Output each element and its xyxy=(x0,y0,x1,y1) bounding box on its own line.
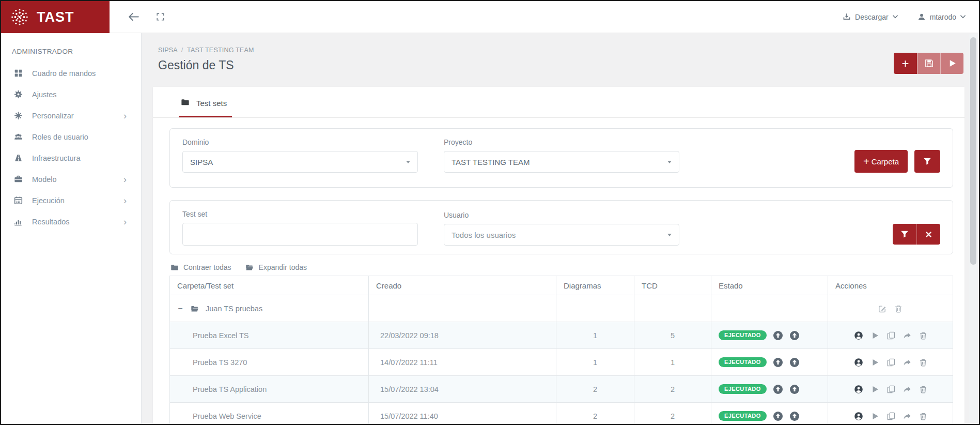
table-row: Prueba Web Service 15/07/2022 11:40 2 2 … xyxy=(170,403,953,424)
edit-folder-button[interactable] xyxy=(878,305,886,313)
upload-circle-button[interactable] xyxy=(789,330,800,341)
upload-circle-button[interactable] xyxy=(789,357,800,368)
cell-tcd: 2 xyxy=(634,376,711,403)
cell-testset-name: Prueba Web Service xyxy=(170,403,369,424)
assign-user-button[interactable] xyxy=(854,385,863,394)
cell-acciones xyxy=(828,376,953,403)
scrollbar-thumb[interactable] xyxy=(970,37,976,265)
tab-test-sets[interactable]: Test sets xyxy=(179,87,232,117)
move-testset-button[interactable] xyxy=(903,385,911,393)
download-menu[interactable]: Descargar xyxy=(843,13,898,21)
main-content: SIPSA / TAST TESTING TEAM Gestión de TS … xyxy=(142,33,979,424)
breadcrumb-project[interactable]: TAST TESTING TEAM xyxy=(187,47,254,54)
sidebar-item-personalizar[interactable]: Personalizar › xyxy=(1,105,141,126)
fullscreen-button[interactable] xyxy=(155,12,165,22)
user-circle-icon xyxy=(854,331,863,340)
move-testset-button[interactable] xyxy=(903,331,911,340)
upload-circle-button[interactable] xyxy=(773,330,783,341)
move-testset-button[interactable] xyxy=(903,412,911,420)
upload-circle-button[interactable] xyxy=(773,357,783,368)
proyecto-select[interactable]: TAST TESTING TEAM xyxy=(444,151,679,173)
calendar-icon xyxy=(13,196,23,205)
col-diagramas: Diagramas xyxy=(556,276,634,295)
delete-testset-button[interactable] xyxy=(919,412,927,420)
move-testset-button[interactable] xyxy=(903,358,911,367)
sidebar-item-roles-de-usuario[interactable]: Roles de usuario xyxy=(1,126,141,147)
duplicate-testset-button[interactable] xyxy=(887,331,895,340)
sidebar-item-ajustes[interactable]: Ajustes xyxy=(1,84,141,105)
add-testset-button[interactable]: + xyxy=(894,53,917,74)
assign-user-button[interactable] xyxy=(854,331,863,340)
col-estado: Estado xyxy=(711,276,828,295)
chevron-right-icon: › xyxy=(123,175,127,184)
cell-folder-name: − Juan TS pruebas xyxy=(170,295,369,322)
upload-circle-icon xyxy=(773,384,783,394)
duplicate-testset-button[interactable] xyxy=(887,412,895,420)
share-icon xyxy=(903,412,911,420)
run-testset-button[interactable] xyxy=(871,412,879,420)
usuario-select[interactable]: Todos los usuarios xyxy=(444,224,679,246)
breadcrumb-domain[interactable]: SIPSA xyxy=(158,47,177,54)
delete-folder-button[interactable] xyxy=(894,305,903,313)
save-button[interactable] xyxy=(917,53,940,74)
sidebar-item-label: Modelo xyxy=(32,175,57,184)
select-caret-icon xyxy=(667,161,672,163)
status-badge: EJECUTADO xyxy=(719,330,767,340)
breadcrumb: SIPSA / TAST TESTING TEAM xyxy=(158,47,965,54)
briefcase-icon xyxy=(13,175,23,184)
testset-input[interactable] xyxy=(182,223,418,246)
upload-circle-button[interactable] xyxy=(789,384,800,394)
toggle-filter-button[interactable] xyxy=(914,150,940,173)
assign-user-button[interactable] xyxy=(854,412,863,421)
collapse-all-link[interactable]: Contraer todas xyxy=(169,263,231,271)
delete-testset-button[interactable] xyxy=(919,331,927,340)
play-icon xyxy=(871,385,879,393)
user-menu[interactable]: mtarodo xyxy=(917,13,966,21)
sidebar-item-modelo[interactable]: Modelo › xyxy=(1,169,141,190)
upload-circle-button[interactable] xyxy=(773,411,783,421)
assign-user-button[interactable] xyxy=(854,358,863,367)
upload-circle-button[interactable] xyxy=(773,384,783,394)
sidebar-item-infraestructura[interactable]: Infraestructura xyxy=(1,147,141,169)
folder-name: Juan TS pruebas xyxy=(206,305,262,313)
run-testset-button[interactable] xyxy=(871,331,879,340)
back-button[interactable] xyxy=(127,10,140,23)
folder-open-icon xyxy=(190,305,199,313)
chevron-down-icon xyxy=(893,15,898,19)
testsets-table: Carpeta/Test set Creado Diagramas TCD Es… xyxy=(169,276,953,424)
sidebar-item-ejecucion[interactable]: Ejecución › xyxy=(1,190,141,211)
chevron-right-icon: › xyxy=(123,196,127,205)
delete-testset-button[interactable] xyxy=(919,358,927,367)
collapse-toggle[interactable]: − xyxy=(177,304,183,313)
carpeta-button-label: Carpeta xyxy=(872,157,899,166)
delete-testset-button[interactable] xyxy=(919,385,927,393)
chevron-right-icon: › xyxy=(123,217,127,226)
testset-label: Test set xyxy=(182,210,418,218)
trash-icon xyxy=(894,305,903,313)
add-carpeta-button[interactable]: + Carpeta xyxy=(854,150,908,173)
sidebar-item-resultados[interactable]: Resultados › xyxy=(1,211,141,232)
duplicate-testset-button[interactable] xyxy=(887,358,895,367)
col-tcd: TCD xyxy=(634,276,711,295)
vertical-scrollbar[interactable] xyxy=(969,34,977,422)
page-title: Gestión de TS xyxy=(158,58,965,72)
run-button[interactable] xyxy=(940,53,963,74)
run-testset-button[interactable] xyxy=(871,358,879,367)
share-icon xyxy=(903,331,911,340)
apply-filter-button[interactable] xyxy=(893,224,916,245)
trash-icon xyxy=(919,412,927,420)
col-creado: Creado xyxy=(369,276,556,295)
expand-all-link[interactable]: Expandir todas xyxy=(245,263,307,271)
sidebar-item-cuadro-de-mandos[interactable]: Cuadro de mandos xyxy=(1,63,141,84)
upload-circle-icon xyxy=(773,330,783,341)
clear-filter-button[interactable] xyxy=(916,224,940,245)
upload-circle-button[interactable] xyxy=(789,411,800,421)
duplicate-testset-button[interactable] xyxy=(887,385,895,393)
brand-logo[interactable]: TAST xyxy=(1,1,110,33)
table-row: Prueba TS Application 15/07/2022 13:04 2… xyxy=(170,376,953,403)
run-testset-button[interactable] xyxy=(871,385,879,393)
dominio-select[interactable]: SIPSA xyxy=(182,151,418,173)
select-caret-icon xyxy=(406,161,410,163)
x-icon xyxy=(925,231,932,238)
cell-created: 15/07/2022 13:04 xyxy=(369,376,556,403)
